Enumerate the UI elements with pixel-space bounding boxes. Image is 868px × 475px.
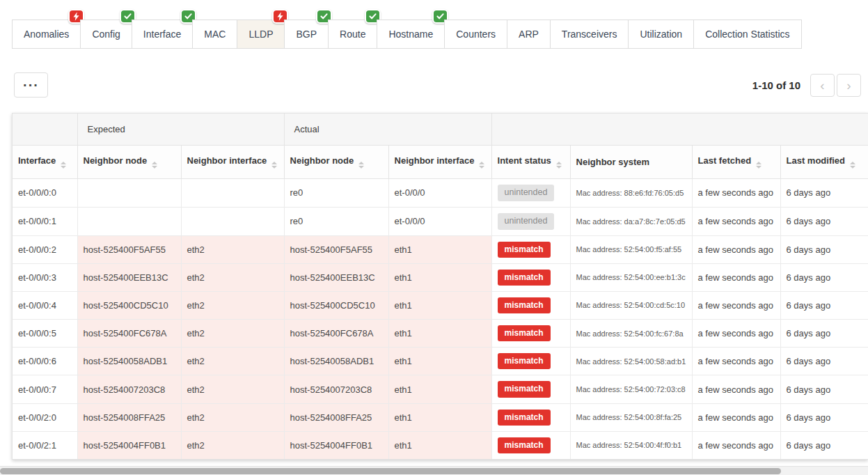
column-header-actual-neighbor-interface[interactable]: Neighbor interface — [388, 146, 491, 179]
pagination-prev-button[interactable]: ‹ — [810, 74, 835, 97]
tab-config[interactable]: Config — [80, 20, 132, 49]
toolbar: ··· 1-10 of 10 ‹ › — [14, 72, 861, 98]
column-header-label: Neighbor interface — [395, 155, 475, 166]
tab-mac[interactable]: MAC — [192, 20, 237, 49]
last-modified-cell: 6 days ago — [780, 403, 868, 431]
column-header-expected-neighbor-interface[interactable]: Neighbor interface — [181, 146, 284, 179]
column-header-label: Neighbor node — [84, 155, 148, 166]
tab-interface[interactable]: Interface — [132, 20, 193, 49]
tab-counters[interactable]: Counters — [444, 20, 507, 49]
last-modified-cell: 6 days ago — [780, 375, 868, 403]
column-header-interface[interactable]: Interface — [13, 146, 77, 179]
more-options-button[interactable]: ··· — [14, 72, 48, 98]
pagination-range: 1-10 of 10 — [752, 79, 800, 91]
expected-neighbor-node-cell: host-5254008FFA25 — [77, 403, 181, 431]
lightning-icon — [277, 12, 283, 21]
neighbor-system-cell: Mac address: 52:54:00:4f:f0:b1 — [570, 431, 692, 459]
sort-icon[interactable] — [479, 162, 484, 169]
column-header-actual-neighbor-node[interactable]: Neighbor node — [284, 146, 388, 179]
group-header-blank-right — [491, 114, 868, 146]
tab-anomalies[interactable]: Anomalies — [12, 20, 81, 49]
tab-utilization[interactable]: Utilization — [628, 20, 694, 49]
tab-hostname[interactable]: Hostname — [377, 20, 445, 49]
intent-status-badge: mismatch — [498, 437, 551, 453]
last-modified-cell: 6 days ago — [780, 431, 868, 459]
tab-route[interactable]: Route — [328, 20, 377, 49]
tab-label: Hostname — [388, 29, 433, 40]
intent-status-badge: unintended — [498, 213, 555, 230]
expected-neighbor-interface-cell: eth2 — [181, 348, 284, 375]
intent-status-badge: mismatch — [498, 297, 551, 313]
lldp-table: Expected Actual InterfaceNeighbor nodeNe… — [13, 114, 868, 459]
table-body: et-0/0/0:0re0et-0/0/0unintendedMac addre… — [13, 179, 868, 460]
column-header-neighbor-system: Neighbor system — [570, 146, 692, 179]
actual-neighbor-node-cell: re0 — [284, 207, 388, 235]
intent-status-cell: mismatch — [491, 403, 570, 431]
neighbor-system-cell: Mac address: 52:54:00:58:ad:b1 — [570, 348, 692, 375]
actual-neighbor-interface-cell: eth1 — [388, 320, 491, 348]
expected-neighbor-interface-cell: eth2 — [181, 235, 284, 263]
sort-icon[interactable] — [358, 162, 364, 169]
sort-icon[interactable] — [61, 162, 66, 169]
expected-neighbor-interface-cell: eth2 — [181, 431, 284, 459]
interface-cell: et-0/0/0:1 — [13, 207, 77, 235]
actual-neighbor-interface-cell: eth1 — [388, 291, 491, 319]
tab-lldp[interactable]: LLDP — [237, 20, 285, 49]
last-fetched-cell: a few seconds ago — [692, 375, 780, 403]
horizontal-scrollbar-thumb[interactable] — [0, 468, 781, 474]
pagination: 1-10 of 10 ‹ › — [752, 74, 861, 97]
sort-icon[interactable] — [556, 162, 562, 169]
expected-neighbor-node-cell: host-525400F5AF55 — [77, 235, 181, 263]
intent-status-cell: mismatch — [491, 263, 570, 291]
last-fetched-cell: a few seconds ago — [692, 235, 780, 263]
tab-transceivers[interactable]: Transceivers — [550, 20, 629, 49]
horizontal-scrollbar[interactable] — [0, 466, 868, 475]
table-row: et-0/0/0:2host-525400F5AF55eth2host-5254… — [13, 235, 868, 263]
tab-label: Interface — [143, 29, 181, 40]
column-header-last-modified[interactable]: Last modified — [780, 146, 868, 179]
intent-status-cell: mismatch — [491, 235, 570, 263]
interface-cell: et-0/0/0:3 — [13, 263, 77, 291]
table-row: et-0/0/0:1re0et-0/0/0unintendedMac addre… — [13, 207, 868, 235]
tab-collection-statistics[interactable]: Collection Statistics — [693, 20, 801, 49]
sort-icon[interactable] — [850, 162, 855, 169]
check-icon — [320, 13, 328, 20]
neighbor-system-cell: Mac address: 52:54:00:f5:af:55 — [570, 235, 692, 263]
sort-icon[interactable] — [756, 162, 762, 169]
group-header-row: Expected Actual — [13, 114, 868, 146]
actual-neighbor-node-cell: host-5254008FFA25 — [284, 403, 388, 431]
expected-neighbor-interface-cell: eth2 — [181, 403, 284, 431]
expected-neighbor-interface-cell: eth2 — [181, 291, 284, 319]
tab-label: Collection Statistics — [705, 29, 789, 40]
last-fetched-cell: a few seconds ago — [692, 207, 780, 235]
column-header-label: Neighbor system — [576, 157, 649, 167]
expected-neighbor-interface-cell: eth2 — [181, 320, 284, 348]
expected-neighbor-node-cell — [77, 207, 181, 235]
intent-status-badge: mismatch — [498, 353, 551, 369]
column-header-expected-neighbor-node[interactable]: Neighbor node — [77, 146, 181, 179]
column-header-last-fetched[interactable]: Last fetched — [692, 146, 780, 179]
expected-neighbor-node-cell: host-525400CD5C10 — [77, 291, 181, 319]
tab-arp[interactable]: ARP — [507, 20, 551, 49]
intent-status-cell: mismatch — [491, 375, 570, 403]
intent-status-badge: mismatch — [498, 381, 551, 397]
sort-icon[interactable] — [271, 162, 277, 169]
actual-neighbor-interface-cell: eth1 — [388, 263, 491, 291]
actual-neighbor-interface-cell: eth1 — [388, 348, 491, 375]
pagination-next-button[interactable]: › — [837, 74, 861, 97]
tab-label: LLDP — [248, 29, 273, 40]
expected-neighbor-node-cell: host-525400EEB13C — [77, 263, 181, 291]
actual-neighbor-interface-cell: eth1 — [388, 235, 491, 263]
expected-neighbor-interface-cell — [181, 207, 284, 235]
tab-label: MAC — [204, 29, 226, 40]
last-fetched-cell: a few seconds ago — [692, 179, 780, 208]
check-icon — [369, 13, 377, 20]
sort-icon[interactable] — [152, 162, 157, 169]
group-header-blank-left — [13, 114, 77, 146]
tab-bgp[interactable]: BGP — [284, 20, 329, 49]
column-header-intent-status[interactable]: Intent status — [491, 146, 570, 179]
actual-neighbor-interface-cell: et-0/0/0 — [388, 207, 491, 235]
table-row: et-0/0/2:1host-5254004FF0B1eth2host-5254… — [13, 431, 868, 459]
actual-neighbor-node-cell: host-5254004FF0B1 — [284, 431, 388, 459]
column-header-label: Last modified — [787, 155, 846, 166]
